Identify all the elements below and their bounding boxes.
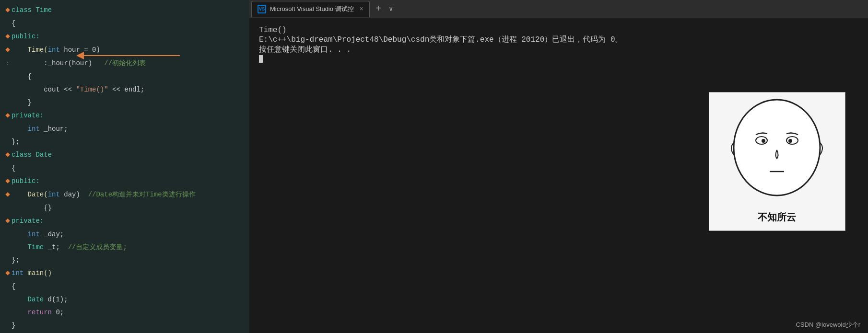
code-line: ◆class Date [0,149,249,162]
meme-box: 不知所云 [709,92,845,231]
vs-icon: VS [258,5,266,13]
debug-meme-area: 不知所云 [686,18,868,333]
code-text: public: [12,175,249,188]
code-line: ◆class Time [0,4,249,17]
code-line: ◆private: [0,215,249,228]
debug-tab[interactable]: VS Microsoft Visual Studio 调试控 × [251,1,370,17]
code-text: } [12,319,249,332]
tab-label: Microsoft Visual Studio 调试控 [270,5,354,13]
breakpoint-marker: ◆ [4,109,12,123]
code-line: Time _t; //自定义成员变量; [0,241,249,254]
code-text: Time(int hour = 0) [12,44,249,57]
breakpoint-marker: ◆ [4,175,12,188]
code-line: ◆public: [0,30,249,44]
breakpoint-marker: ◆ [4,30,12,44]
code-text: class Time [12,4,249,17]
code-line: { [0,280,249,293]
svg-point-0 [734,100,820,195]
code-line: ◆ Time(int hour = 0) [0,44,249,57]
footer-attribution: CSDN @lovewold少个r [796,321,860,329]
code-text: private: [12,215,249,228]
tab-bar: VS Microsoft Visual Studio 调试控 × + ∨ [249,0,868,18]
code-text: Time _t; //自定义成员变量; [12,241,249,254]
breakpoint-marker: ◆ [4,4,12,17]
breakpoint-marker: ◆ [4,149,12,162]
tab-chevron-button[interactable]: ∨ [387,5,395,13]
svg-point-4 [788,139,792,143]
code-text: { [12,162,249,175]
svg-point-2 [762,139,765,143]
code-line: }; [0,136,249,149]
code-text: { [12,70,249,83]
breakpoint-marker: ◆ [4,188,12,202]
code-text: {} [12,202,249,215]
code-text: } [12,96,249,109]
code-line: : :_hour(hour) //初始化列表 [0,57,249,70]
meme-caption: 不知所云 [758,211,796,224]
code-line: Date d(1); [0,293,249,306]
code-text: }; [12,136,249,149]
code-line: } [0,319,249,332]
debug-text-area: Time()E:\c++\big-dream\Project48\Debug\c… [249,18,686,333]
tab-close-button[interactable]: × [360,5,364,13]
breakpoint-marker: ◆ [4,44,12,57]
code-text: int main() [12,267,249,280]
debug-cursor [259,55,676,63]
code-text: class Date [12,149,249,161]
code-line: {} [0,202,249,215]
debug-output-line: Time() [259,26,676,34]
code-line: int _hour; [0,123,249,136]
meme-face-image [724,97,830,203]
code-text: cout << "Time()" << endl; [12,83,249,96]
code-line: ◆ Date(int day) //Date构造并未对Time类进行操作 [0,188,249,202]
debug-output: Time()E:\c++\big-dream\Project48\Debug\c… [259,26,676,63]
code-text: return 0; [12,306,249,319]
code-text: Date d(1); [12,293,249,306]
code-text: { [12,17,249,30]
debug-main: Time()E:\c++\big-dream\Project48\Debug\c… [249,18,868,333]
breakpoint-marker: ◆ [4,267,12,280]
code-line: ◆int main() [0,267,249,280]
code-text: { [12,280,249,293]
code-text: :_hour(hour) //初始化列表 [12,57,249,70]
code-text: Date(int day) //Date构造并未对Time类进行操作 [12,188,249,201]
code-text: int _hour; [12,123,249,136]
breakpoint-marker: ◆ [4,215,12,228]
code-line: ◆private: [0,109,249,123]
code-editor: ◆class Time{◆public:◆ Time(int hour = 0)… [0,0,249,333]
code-text: private: [12,109,249,122]
breakpoint-marker: : [4,57,12,70]
code-text: }; [12,254,249,267]
code-line: return 0; [0,306,249,319]
code-line: { [0,162,249,175]
debug-panel: VS Microsoft Visual Studio 调试控 × + ∨ Tim… [249,0,868,333]
svg-point-1 [756,137,767,144]
code-line: } [0,96,249,109]
code-line: cout << "Time()" << endl; [0,83,249,96]
svg-point-3 [786,137,798,144]
code-line: ◆public: [0,175,249,188]
code-text: int _day; [12,228,249,241]
vs-icon-label: VS [259,7,265,12]
debug-output-line: E:\c++\big-dream\Project48\Debug\csdn类和对… [259,34,676,45]
new-tab-button[interactable]: + [372,0,385,18]
debug-output-line: 按任意键关闭此窗口. . . [259,45,676,55]
code-line: { [0,70,249,83]
code-line: int _day; [0,228,249,241]
code-line: }; [0,254,249,267]
code-line: { [0,17,249,30]
code-text: public: [12,30,249,43]
